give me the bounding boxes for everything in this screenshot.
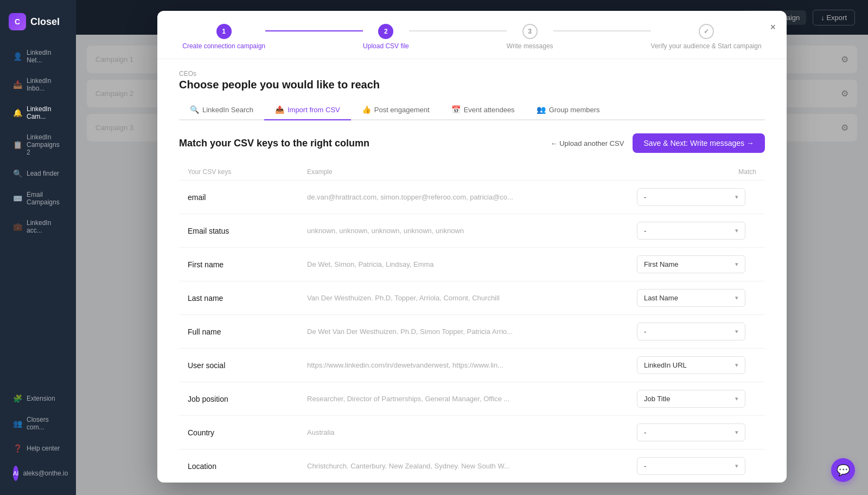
- sidebar-item-email-campaigns[interactable]: ✉️ Email Campaigns: [4, 185, 72, 211]
- tab-import-csv-label: Import from CSV: [288, 106, 340, 114]
- sidebar-item-linkedin-cam2[interactable]: 📋 LinkedIn Campaigns 2: [4, 128, 72, 162]
- csv-row-email: email de.van@hrattract.com, simon.topper…: [179, 180, 765, 214]
- csv-row-last-name: Last name Van Der Westhuizen. Ph.D, Topp…: [179, 281, 765, 314]
- sidebar-item-label: Lead finder: [27, 170, 59, 177]
- tab-event-attendees[interactable]: 📅 Event attendees: [441, 100, 526, 120]
- step-1-label: Create connection campaign: [182, 42, 265, 50]
- logo-icon: C: [9, 13, 26, 30]
- stepper: 1 Create connection campaign 2 Upload CS…: [157, 11, 787, 59]
- csv-match-user-social[interactable]: LinkedIn URL ▾: [637, 356, 745, 374]
- sidebar-item-extension[interactable]: 🧩 Extension: [4, 389, 72, 408]
- sidebar-item-linkedin-cam[interactable]: 🔔 LinkedIn Cam...: [4, 100, 72, 126]
- chevron-down-icon: ▾: [735, 462, 738, 470]
- csv-example-last-name: Van Der Westhuizen. Ph.D, Topper, Arriol…: [307, 294, 637, 302]
- csv-match-full-name[interactable]: - ▾: [637, 323, 745, 340]
- step-3: 3 Write messages: [507, 24, 553, 50]
- campaign-modal: 1 Create connection campaign 2 Upload CS…: [157, 11, 787, 483]
- linkedin-search-tab-icon: 🔍: [190, 105, 199, 114]
- step-4: ✓ Verify your audience & Start campaign: [651, 24, 762, 50]
- step-1-number: 1: [222, 28, 226, 35]
- sidebar-item-linkedin-inbox[interactable]: 📥 LinkedIn Inbo...: [4, 72, 72, 98]
- tab-event-attendees-label: Event attendees: [464, 106, 515, 114]
- csv-key-email: email: [188, 193, 307, 202]
- close-button[interactable]: ×: [770, 22, 776, 33]
- csv-example-location: Christchurch. Canterbury. New Zealand, S…: [307, 462, 637, 470]
- post-engagement-tab-icon: 👍: [362, 105, 371, 114]
- tab-group-members[interactable]: 👥 Group members: [526, 100, 611, 120]
- import-csv-tab-icon: 📤: [275, 105, 284, 114]
- chevron-down-icon: ▾: [735, 429, 738, 436]
- header-csv-keys: Your CSV keys: [188, 168, 307, 176]
- csv-example-email: de.van@hrattract.com, simon.topper@refer…: [307, 193, 637, 201]
- csv-key-job-position: Job position: [188, 395, 307, 403]
- sidebar-item-closers[interactable]: 👥 Closers com...: [4, 410, 72, 436]
- step-1: 1 Create connection campaign: [182, 24, 265, 50]
- step-4-label: Verify your audience & Start campaign: [651, 42, 762, 50]
- csv-match-country-value: -: [644, 428, 646, 436]
- csv-row-full-name: Full name De Wet Van Der Westhuizen. Ph.…: [179, 314, 765, 348]
- sidebar-item-linkedin-net[interactable]: 👤 LinkedIn Net...: [4, 43, 72, 69]
- csv-row-location: Location Christchurch. Canterbury. New Z…: [179, 449, 765, 483]
- csv-key-email-status: Email status: [188, 227, 307, 235]
- step-3-number: 3: [528, 28, 532, 35]
- chat-widget[interactable]: 💬: [831, 458, 855, 482]
- linkedin-acc-icon: 💼: [13, 222, 22, 231]
- csv-match-job-position[interactable]: Job Title ▾: [637, 390, 745, 408]
- step-3-circle: 3: [522, 24, 538, 39]
- csv-table: Your CSV keys Example Match email de.van…: [179, 164, 765, 483]
- chat-icon: 💬: [837, 464, 850, 477]
- extension-icon: 🧩: [13, 394, 22, 403]
- sidebar-item-user[interactable]: AI aleks@onthe.io: [4, 460, 72, 486]
- csv-match-first-name[interactable]: First Name ▾: [637, 255, 745, 273]
- sidebar-item-linkedin-acc[interactable]: 💼 LinkedIn acc...: [4, 214, 72, 240]
- csv-match-location-value: -: [644, 462, 646, 470]
- upload-another-label: ← Upload another CSV: [551, 139, 624, 147]
- save-next-button[interactable]: Save & Next: Write messages →: [633, 133, 765, 153]
- tab-post-engagement[interactable]: 👍 Post engagement: [351, 100, 441, 120]
- csv-match-user-social-value: LinkedIn URL: [644, 361, 687, 369]
- sidebar-item-label: LinkedIn acc...: [27, 219, 63, 234]
- sidebar: C Closel 👤 LinkedIn Net... 📥 LinkedIn In…: [0, 0, 76, 495]
- header-example: Example: [307, 168, 637, 176]
- csv-match-last-name-value: Last Name: [644, 294, 678, 302]
- csv-match-email[interactable]: - ▾: [637, 188, 745, 206]
- csv-key-location: Location: [188, 462, 307, 471]
- linkedin-net-icon: 👤: [13, 52, 22, 61]
- linkedin-cam2-icon: 📋: [13, 140, 22, 149]
- app-logo[interactable]: C Closel: [0, 9, 76, 41]
- csv-key-full-name: Full name: [188, 327, 307, 336]
- sidebar-item-label: aleks@onthe.io: [23, 470, 68, 477]
- csv-section-title: Match your CSV keys to the right column: [179, 138, 369, 149]
- csv-match-last-name[interactable]: Last Name ▾: [637, 289, 745, 307]
- csv-example-job-position: Researcher, Director of Partnerships, Ge…: [307, 395, 637, 403]
- upload-another-button[interactable]: ← Upload another CSV: [551, 139, 624, 147]
- csv-example-country: Australia: [307, 428, 637, 436]
- sidebar-item-help[interactable]: ❓ Help center: [4, 439, 72, 458]
- tab-bar: 🔍 LinkedIn Search 📤 Import from CSV 👍 Po…: [179, 100, 765, 120]
- csv-row-user-social: User social https://www.linkedin.com/in/…: [179, 348, 765, 382]
- sidebar-item-label: Closers com...: [27, 416, 63, 431]
- step-connector-3-4: [553, 30, 651, 31]
- csv-match-location[interactable]: - ▾: [637, 457, 745, 475]
- csv-match-first-name-value: First Name: [644, 260, 679, 268]
- modal-overlay: 1 Create connection campaign 2 Upload CS…: [76, 0, 868, 495]
- csv-match-email-status[interactable]: - ▾: [637, 222, 745, 240]
- sidebar-item-label: Help center: [27, 445, 60, 452]
- tab-linkedin-search[interactable]: 🔍 LinkedIn Search: [179, 100, 264, 120]
- save-next-label: Save & Next: Write messages →: [643, 139, 754, 147]
- step-2: 2 Upload CSV file: [363, 24, 409, 50]
- modal-body: CEOs Choose people you would like to rea…: [157, 59, 787, 483]
- sidebar-item-lead-finder[interactable]: 🔍 Lead finder: [4, 164, 72, 183]
- step-connector-2-3: [409, 30, 507, 31]
- step-3-label: Write messages: [507, 42, 553, 50]
- csv-row-job-position: Job position Researcher, Director of Par…: [179, 382, 765, 415]
- csv-match-country[interactable]: - ▾: [637, 423, 745, 441]
- lead-finder-icon: 🔍: [13, 169, 22, 178]
- csv-row-first-name: First name De Wet, Simon, Patricia, Lind…: [179, 247, 765, 281]
- tab-import-csv[interactable]: 📤 Import from CSV: [264, 100, 351, 120]
- avatar: AI: [13, 466, 18, 481]
- csv-row-country: Country Australia - ▾: [179, 415, 765, 449]
- sidebar-item-label: LinkedIn Inbo...: [27, 77, 63, 92]
- header-match: Match: [637, 168, 756, 176]
- sidebar-item-label: Email Campaigns: [27, 191, 63, 206]
